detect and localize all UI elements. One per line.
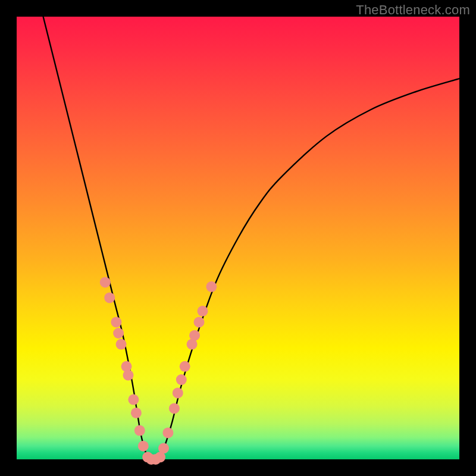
- marker-dot: [189, 330, 200, 341]
- marker-dot: [198, 306, 208, 317]
- marker-dot: [138, 441, 149, 452]
- curve-svg: [17, 17, 459, 459]
- bottleneck-curve: [43, 17, 459, 461]
- watermark-text: TheBottleneck.com: [356, 2, 470, 18]
- marker-dot: [100, 277, 111, 287]
- marker-dot: [206, 281, 217, 292]
- marker-dot: [116, 339, 127, 350]
- marker-dots: [100, 277, 217, 465]
- marker-dot: [113, 328, 124, 339]
- marker-dot: [131, 408, 142, 418]
- marker-dot: [158, 443, 169, 453]
- marker-dot: [194, 317, 205, 327]
- chart-frame: TheBottleneck.com: [0, 0, 476, 476]
- plot-area: [17, 17, 459, 459]
- marker-dot: [111, 317, 121, 327]
- curve-layer: [43, 17, 459, 461]
- marker-dot: [123, 370, 134, 381]
- marker-dot: [128, 394, 139, 405]
- marker-dot: [134, 425, 145, 436]
- marker-dot: [173, 387, 183, 398]
- marker-dot: [169, 403, 180, 414]
- marker-dot: [162, 427, 173, 438]
- marker-dot: [121, 361, 132, 372]
- marker-dot: [104, 292, 115, 303]
- marker-dot: [176, 374, 187, 385]
- marker-dot: [180, 361, 190, 372]
